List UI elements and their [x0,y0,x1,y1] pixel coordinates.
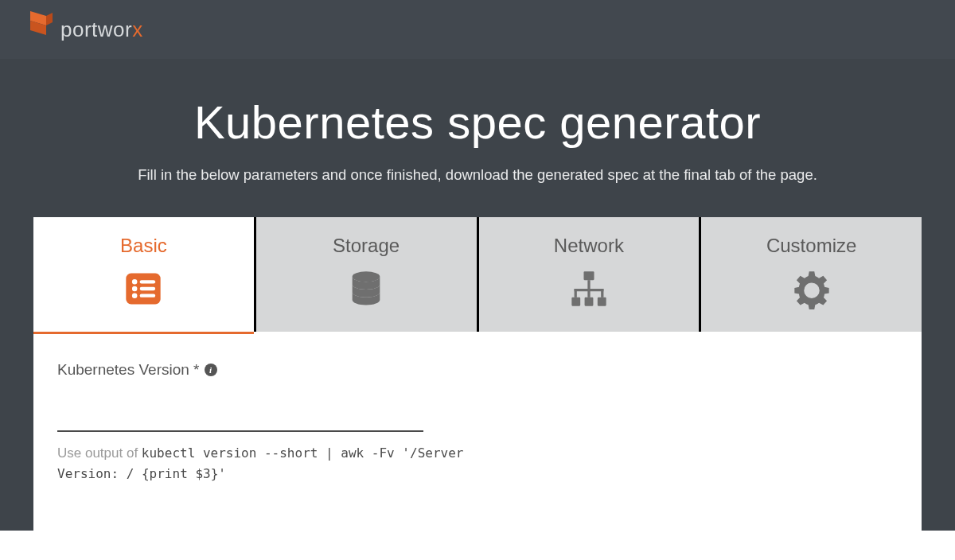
brand-logo: portworx [30,11,143,48]
svg-rect-17 [574,289,576,298]
svg-rect-8 [140,287,156,290]
app-header: portworx [0,0,955,59]
list-icon [33,268,254,309]
tab-customize-label: Customize [701,235,922,257]
hero-section: Kubernetes spec generator Fill in the be… [0,59,955,217]
tab-network-label: Network [479,235,700,257]
svg-rect-11 [583,271,594,280]
page-title: Kubernetes spec generator [0,95,955,149]
tab-customize[interactable]: Customize [699,217,922,332]
database-icon [256,268,477,309]
brand-name: portworx [60,18,143,42]
svg-rect-13 [584,298,593,306]
k8s-version-input[interactable] [57,401,423,432]
svg-point-5 [132,286,138,292]
svg-rect-15 [587,280,590,289]
svg-marker-2 [46,13,53,25]
svg-point-10 [353,271,380,282]
svg-point-6 [132,293,138,298]
tab-storage-label: Storage [256,235,477,257]
svg-rect-14 [598,298,606,306]
tab-basic[interactable]: Basic [33,217,254,332]
svg-rect-9 [140,294,156,298]
info-icon[interactable]: i [205,364,217,376]
tab-network[interactable]: Network [477,217,700,332]
page-subtitle: Fill in the below parameters and once fi… [0,166,955,184]
wizard-tabs: Basic Storage Network Customize [33,217,922,332]
k8s-version-label: Kubernetes Version * i [57,361,503,379]
tab-panel-basic: Kubernetes Version * i Use output of kub… [33,332,922,531]
svg-point-4 [132,279,138,285]
tab-storage[interactable]: Storage [254,217,477,332]
k8s-version-hint: Use output of kubectl version --short | … [57,443,503,484]
gear-icon [701,268,922,309]
svg-rect-18 [587,289,590,298]
svg-rect-7 [140,280,156,283]
logo-mark-icon [30,11,53,48]
svg-rect-19 [601,289,603,298]
network-icon [479,268,700,309]
tab-basic-label: Basic [33,235,254,257]
svg-rect-12 [571,298,580,306]
